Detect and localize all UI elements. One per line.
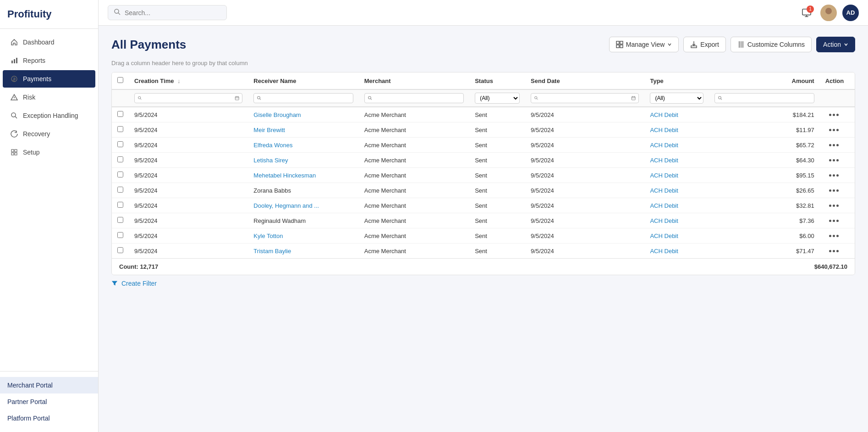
- row-checkbox-3[interactable]: [117, 156, 123, 162]
- cell-type[interactable]: ACH Debit: [644, 168, 709, 183]
- cell-receiver-name[interactable]: Letisha Sirey: [248, 153, 358, 168]
- cell-action[interactable]: [820, 107, 855, 122]
- row-checkbox-0[interactable]: [117, 111, 123, 117]
- sidebar-item-recovery[interactable]: Recovery: [3, 125, 95, 143]
- row-checkbox-8[interactable]: [117, 232, 123, 238]
- cell-action[interactable]: [820, 213, 855, 228]
- cell-receiver-name[interactable]: Dooley, Hegmann and ...: [248, 198, 358, 213]
- filter-send-date-input[interactable]: [541, 95, 629, 101]
- filter-type[interactable]: (All)ACH DebitACH Credit: [644, 89, 709, 107]
- col-merchant[interactable]: Merchant: [359, 72, 469, 89]
- row-checkbox-4[interactable]: [117, 172, 123, 177]
- cell-type[interactable]: ACH Debit: [644, 228, 709, 244]
- cell-action[interactable]: [820, 228, 855, 244]
- filter-amount[interactable]: [709, 89, 819, 107]
- row-action-dots[interactable]: [825, 203, 849, 209]
- cell-type[interactable]: ACH Debit: [644, 183, 709, 198]
- cell-action[interactable]: [820, 198, 855, 213]
- col-amount[interactable]: Amount: [709, 72, 819, 89]
- cell-action[interactable]: [820, 168, 855, 183]
- portal-item-partner-portal[interactable]: Partner Portal: [0, 393, 98, 410]
- sidebar-item-dashboard[interactable]: Dashboard: [3, 33, 95, 51]
- filter-creation-time[interactable]: [129, 89, 248, 107]
- row-checkbox-cell[interactable]: [112, 122, 129, 138]
- row-checkbox-2[interactable]: [117, 141, 123, 147]
- type-link[interactable]: ACH Debit: [650, 233, 678, 239]
- cell-receiver-name[interactable]: Elfreda Wones: [248, 138, 358, 153]
- row-checkbox-cell[interactable]: [112, 198, 129, 213]
- cell-type[interactable]: ACH Debit: [644, 153, 709, 168]
- row-action-dots[interactable]: [825, 218, 849, 224]
- row-checkbox-6[interactable]: [117, 202, 123, 208]
- sidebar-item-exception-handling[interactable]: Exception Handling: [3, 107, 95, 124]
- receiver-name-link[interactable]: Reginauld Wadham: [253, 217, 306, 224]
- receiver-name-link[interactable]: Dooley, Hegmann and ...: [253, 202, 319, 209]
- type-link[interactable]: ACH Debit: [650, 202, 678, 209]
- type-link[interactable]: ACH Debit: [650, 142, 678, 149]
- col-send-date[interactable]: Send Date: [525, 72, 644, 89]
- select-all-checkbox[interactable]: [117, 77, 123, 83]
- col-type[interactable]: Type: [644, 72, 709, 89]
- receiver-name-link[interactable]: Giselle Brougham: [253, 111, 301, 118]
- cell-type[interactable]: ACH Debit: [644, 122, 709, 138]
- filter-receiver-name-input[interactable]: [264, 95, 350, 101]
- filter-type-select[interactable]: (All)ACH DebitACH Credit: [650, 93, 703, 104]
- filter-status-select[interactable]: (All)SentPendingFailed: [475, 93, 520, 104]
- export-button[interactable]: Export: [683, 37, 725, 52]
- cell-type[interactable]: ACH Debit: [644, 138, 709, 153]
- receiver-name-link[interactable]: Mehetabel Hinckesman: [253, 172, 316, 179]
- row-checkbox-cell[interactable]: [112, 213, 129, 228]
- type-link[interactable]: ACH Debit: [650, 187, 678, 194]
- filter-creation-time-input[interactable]: [144, 95, 232, 101]
- manage-view-button[interactable]: Manage View: [609, 37, 679, 52]
- cell-action[interactable]: [820, 244, 855, 259]
- row-checkbox-cell[interactable]: [112, 244, 129, 259]
- row-action-dots[interactable]: [825, 188, 849, 194]
- cell-type[interactable]: ACH Debit: [644, 244, 709, 259]
- cell-type[interactable]: ACH Debit: [644, 213, 709, 228]
- type-link[interactable]: ACH Debit: [650, 111, 678, 118]
- row-checkbox-cell[interactable]: [112, 168, 129, 183]
- customize-columns-button[interactable]: Customize Columns: [731, 37, 812, 52]
- col-creation-time[interactable]: Creation Time ↓: [129, 72, 248, 89]
- cell-receiver-name[interactable]: Kyle Totton: [248, 228, 358, 244]
- col-status[interactable]: Status: [469, 72, 525, 89]
- type-link[interactable]: ACH Debit: [650, 172, 678, 179]
- row-checkbox-1[interactable]: [117, 126, 123, 132]
- row-action-dots[interactable]: [825, 172, 849, 178]
- receiver-name-link[interactable]: Meir Brewitt: [253, 127, 285, 133]
- sidebar-item-payments[interactable]: Payments: [3, 70, 95, 88]
- calendar-icon[interactable]: [235, 95, 239, 101]
- receiver-name-link[interactable]: Tristam Baylie: [253, 248, 291, 255]
- filter-send-date[interactable]: [525, 89, 644, 107]
- type-link[interactable]: ACH Debit: [650, 217, 678, 224]
- row-action-dots[interactable]: [825, 248, 849, 254]
- cell-action[interactable]: [820, 183, 855, 198]
- filter-amount-input[interactable]: [725, 95, 811, 101]
- cell-receiver-name[interactable]: Reginauld Wadham: [248, 213, 358, 228]
- cell-type[interactable]: ACH Debit: [644, 107, 709, 122]
- cell-receiver-name[interactable]: Tristam Baylie: [248, 244, 358, 259]
- receiver-name-link[interactable]: Elfreda Wones: [253, 142, 292, 149]
- row-checkbox-cell[interactable]: [112, 138, 129, 153]
- cell-receiver-name[interactable]: Zorana Babbs: [248, 183, 358, 198]
- type-link[interactable]: ACH Debit: [650, 157, 678, 164]
- filter-receiver-name[interactable]: [248, 89, 358, 107]
- cell-action[interactable]: [820, 138, 855, 153]
- filter-merchant[interactable]: [359, 89, 469, 107]
- row-checkbox-7[interactable]: [117, 217, 123, 223]
- sidebar-item-setup[interactable]: Setup: [3, 144, 95, 161]
- row-checkbox-cell[interactable]: [112, 107, 129, 122]
- select-all-header[interactable]: [112, 72, 129, 89]
- cell-action[interactable]: [820, 153, 855, 168]
- portal-item-platform-portal[interactable]: Platform Portal: [0, 410, 98, 426]
- row-action-dots[interactable]: [825, 157, 849, 163]
- row-checkbox-cell[interactable]: [112, 183, 129, 198]
- type-link[interactable]: ACH Debit: [650, 248, 678, 255]
- type-link[interactable]: ACH Debit: [650, 127, 678, 133]
- cell-type[interactable]: ACH Debit: [644, 198, 709, 213]
- receiver-name-link[interactable]: Zorana Babbs: [253, 187, 291, 194]
- cell-receiver-name[interactable]: Giselle Brougham: [248, 107, 358, 122]
- row-action-dots[interactable]: [825, 142, 849, 148]
- portal-item-merchant-portal[interactable]: Merchant Portal: [0, 377, 98, 393]
